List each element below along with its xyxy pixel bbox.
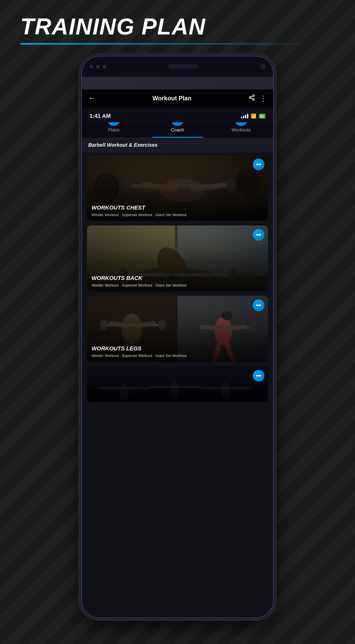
svg-rect-39: [257, 234, 258, 236]
svg-rect-64: [256, 305, 257, 306]
phone-camera: [260, 64, 265, 69]
signal-bar-4: [247, 114, 248, 118]
svg-rect-22: [257, 163, 258, 165]
card-content-legs: WORKOUTS LEGS Weider Workout · Superset …: [87, 341, 268, 362]
phone-speaker: [168, 64, 199, 69]
svg-rect-40: [258, 234, 260, 235]
header-title: Workout Plan: [152, 95, 191, 102]
svg-rect-41: [260, 234, 260, 236]
svg-rect-82: [260, 375, 260, 377]
card-content-chest: WORKOUTS CHEST Weider Workout · Superset…: [87, 200, 268, 221]
card-title-back: WORKOUTS BACK: [92, 275, 263, 281]
card-badge-legs: [253, 299, 264, 311]
card-overlay: [87, 366, 268, 402]
blue-accent-line: [20, 43, 325, 45]
card-content-back: WORKOUTS BACK Weider Workout · Superset …: [87, 271, 268, 291]
svg-rect-24: [260, 163, 260, 165]
workout-cards-list: WORKOUTS CHEST Weider Workout · Superset…: [82, 153, 273, 404]
svg-rect-79: [256, 375, 257, 376]
card-title-chest: WORKOUTS CHEST: [92, 204, 263, 211]
signal-bar-3: [245, 115, 246, 118]
phone-dot: [96, 65, 100, 68]
tab-workouts-label: Workouts: [232, 127, 251, 133]
signal-bar-2: [243, 116, 244, 118]
workout-card-extra[interactable]: [87, 366, 268, 402]
status-bar: 1:41 AM 📶 61: [82, 110, 273, 122]
share-icon[interactable]: [248, 94, 255, 102]
app-content: 1:41 AM 📶 61 ← Workout Plan: [82, 89, 273, 617]
phone-dots: [90, 65, 106, 68]
section-label: Barbell Workout & Exercises: [82, 138, 273, 153]
page-title-area: TRAINING PLAN: [20, 15, 325, 45]
battery-icon: 61: [259, 114, 265, 119]
phone-top-bar: [82, 56, 273, 77]
phone-dot: [90, 65, 93, 68]
header-icons: ⋮: [248, 94, 267, 103]
card-subtitle-chest: Weider Workout · Superset Workout · Gian…: [92, 213, 263, 217]
signal-bar-1: [241, 117, 242, 118]
phone-dot: [103, 65, 106, 68]
svg-line-4: [251, 96, 253, 97]
svg-rect-21: [256, 164, 257, 165]
app-header: ← Workout Plan ⋮: [82, 89, 273, 107]
more-options-icon[interactable]: ⋮: [260, 94, 267, 103]
phone-frame: 1:41 AM 📶 61 ← Workout Plan: [81, 56, 274, 618]
svg-rect-81: [258, 375, 260, 376]
card-badge-back: [253, 229, 264, 241]
svg-rect-38: [256, 234, 257, 235]
wifi-icon: 📶: [251, 113, 256, 119]
status-time: 1:41 AM: [90, 113, 111, 119]
workout-card-legs[interactable]: WORKOUTS LEGS Weider Workout · Superset …: [87, 296, 268, 362]
svg-rect-83: [260, 375, 261, 376]
svg-rect-42: [260, 234, 261, 235]
workout-card-chest[interactable]: WORKOUTS CHEST Weider Workout · Superset…: [87, 155, 268, 221]
svg-line-3: [251, 98, 253, 99]
card-badge-extra: [253, 370, 264, 382]
card-subtitle-legs: Weider Workout · Superset Workout · Gian…: [92, 353, 263, 358]
svg-rect-25: [260, 164, 261, 165]
svg-rect-23: [258, 164, 260, 165]
svg-rect-80: [257, 375, 258, 377]
svg-rect-67: [260, 304, 260, 306]
status-icons: 📶 61: [241, 113, 265, 119]
card-title-legs: WORKOUTS LEGS: [92, 345, 263, 352]
card-badge-chest: [253, 159, 264, 170]
svg-rect-65: [257, 304, 258, 306]
page-title: TRAINING PLAN: [20, 15, 325, 38]
tab-plans-label: Plans: [108, 127, 119, 133]
back-button[interactable]: ←: [88, 94, 95, 102]
svg-rect-66: [258, 305, 260, 306]
workout-card-back[interactable]: WORKOUTS BACK Weider Workout · Superset …: [87, 225, 268, 291]
svg-rect-68: [260, 305, 261, 306]
signal-bars: [241, 114, 248, 118]
tab-coach-label: Coach: [171, 127, 184, 133]
card-subtitle-back: Weider Workout · Superset Workout · Gian…: [92, 283, 263, 287]
